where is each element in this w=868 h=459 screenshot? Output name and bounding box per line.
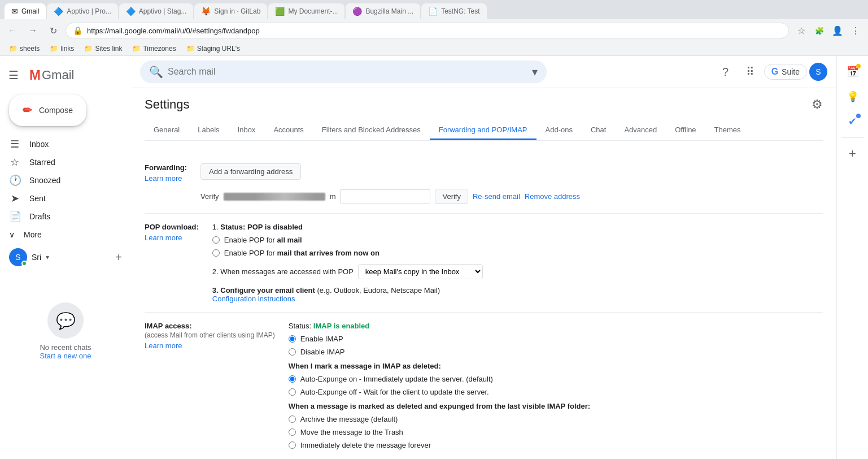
no-recent-chats-text: No recent chats: [40, 343, 91, 352]
verify-button[interactable]: Verify: [435, 189, 468, 204]
forwarding-learn-more-link[interactable]: Learn more: [145, 174, 187, 183]
imap-status-enabled: IMAP is enabled: [313, 322, 369, 330]
bookmark-sheets-icon: 📁: [9, 45, 18, 53]
search-input[interactable]: [168, 67, 527, 77]
bookmark-timezones[interactable]: 📁 Timezones: [128, 43, 180, 54]
compose-label: Compose: [39, 106, 73, 115]
bookmark-links[interactable]: 📁 links: [45, 43, 78, 54]
tab-general[interactable]: General: [145, 121, 189, 140]
profile-button[interactable]: 👤: [830, 23, 845, 38]
auto-expunge-off-radio[interactable]: [289, 388, 296, 396]
imap-learn-more-link[interactable]: Learn more: [145, 341, 275, 350]
bookmark-staging[interactable]: 📁 Staging URL's: [182, 43, 245, 54]
tab-filters[interactable]: Filters and Blocked Addresses: [313, 121, 430, 140]
extensions-button[interactable]: 🧩: [812, 23, 827, 38]
delete-forever-radio[interactable]: [289, 441, 296, 449]
forwarding-section: Forwarding: Learn more Add a forwarding …: [145, 154, 823, 214]
gitlab-favicon: 🦊: [201, 7, 211, 16]
pop-learn-more-link[interactable]: Learn more: [145, 233, 199, 242]
chat-placeholder-icon: 💬: [47, 302, 84, 339]
start-new-chat-link[interactable]: Start a new one: [40, 352, 91, 360]
move-to-trash-radio[interactable]: [289, 428, 296, 436]
tab-gmail[interactable]: ✉ Gmail: [5, 3, 46, 19]
tab-testng[interactable]: 📄 TestNG: Test: [421, 3, 486, 19]
tab-accounts[interactable]: Accounts: [264, 121, 312, 140]
pop-from-now-radio[interactable]: [212, 249, 220, 257]
imap-disable-label: Disable IMAP: [300, 348, 345, 356]
search-bar[interactable]: 🔍 ▾: [140, 60, 547, 83]
right-panel-add-icon[interactable]: +: [841, 142, 864, 165]
tab-apptivo2[interactable]: 🔷 Apptivo | Stag...: [119, 3, 194, 19]
lock-icon: 🔒: [73, 26, 82, 35]
tab-mydoc[interactable]: 🟩 My Document-...: [268, 3, 344, 19]
pop-body: 1. Status: POP is disabled Enable POP fo…: [212, 223, 823, 303]
star-icon: ☆: [9, 156, 20, 168]
hamburger-button[interactable]: ☰: [2, 64, 25, 86]
pop-all-mail-radio[interactable]: [212, 236, 220, 244]
sidebar-item-more[interactable]: ∨ More: [0, 226, 131, 244]
right-panel-tasks-icon[interactable]: ✔: [841, 110, 864, 133]
forwarding-label: Forwarding: Learn more: [145, 163, 187, 204]
sidebar-item-inbox[interactable]: ☰ Inbox: [0, 135, 122, 153]
add-forwarding-address-button[interactable]: Add a forwarding address: [200, 163, 301, 180]
right-panel-keep-icon[interactable]: 💡: [841, 85, 864, 108]
gsuite-badge[interactable]: G Suite: [764, 64, 807, 80]
archive-message-radio[interactable]: [289, 415, 296, 423]
tab-addons[interactable]: Add-ons: [536, 121, 582, 140]
user-account[interactable]: S Sri ▾ +: [0, 244, 131, 271]
imap-disable-radio[interactable]: [289, 348, 296, 356]
right-panel-calendar-icon[interactable]: 📅: [841, 60, 864, 83]
reload-button[interactable]: ↻: [45, 23, 61, 38]
remove-address-link[interactable]: Remove address: [525, 192, 580, 201]
imap-enable-radio[interactable]: [289, 335, 296, 343]
add-account-button[interactable]: +: [115, 251, 122, 264]
settings-header: Settings ⚙: [145, 97, 823, 112]
verify-email-suffix: m: [330, 192, 336, 201]
sidebar-item-drafts[interactable]: 📄 Drafts: [0, 207, 122, 226]
bookmark-siteslink[interactable]: 📁 Sites link: [80, 43, 127, 54]
bookmark-staging-icon: 📁: [186, 45, 195, 53]
when-messages-select[interactable]: keep Mail's copy in the Inbox archive Ma…: [358, 264, 483, 279]
sidebar-item-starred[interactable]: ☆ Starred: [0, 153, 122, 171]
tab-gitlab[interactable]: 🦊 Sign in · GitLab: [194, 3, 267, 19]
search-header: 🔍 ▾ ? ⠿ G Suite S: [131, 56, 836, 88]
settings-gear-icon[interactable]: ⚙: [812, 97, 823, 112]
bookmark-star-button[interactable]: ☆: [793, 23, 809, 38]
verify-code-input[interactable]: [340, 189, 430, 203]
back-button[interactable]: ←: [5, 23, 20, 38]
tab-apptivo1[interactable]: 🔷 Apptivo | Pro...: [47, 3, 118, 19]
sent-icon: ➤: [9, 192, 20, 205]
apps-button[interactable]: ⠿: [739, 60, 762, 83]
auto-expunge-on-radio[interactable]: [289, 375, 296, 383]
forward-button[interactable]: →: [25, 23, 41, 38]
help-button[interactable]: ?: [714, 60, 737, 83]
tab-bugzilla[interactable]: 🟣 Bugzilla Main ...: [346, 3, 420, 19]
tab-labels[interactable]: Labels: [189, 121, 228, 140]
sidebar-item-snoozed[interactable]: 🕐 Snoozed: [0, 171, 122, 189]
bookmark-sheets[interactable]: 📁 sheets: [5, 43, 44, 54]
when-messages-row: 2. When messages are accessed with POP k…: [212, 264, 823, 279]
compose-button[interactable]: ✏ Compose: [9, 94, 86, 126]
toolbar-icons: ☆ 🧩 👤 ⋮: [793, 23, 863, 38]
tab-inbox[interactable]: Inbox: [229, 121, 265, 140]
tab-offline[interactable]: Offline: [666, 121, 705, 140]
sidebar-starred-label: Starred: [29, 158, 55, 167]
search-icon[interactable]: 🔍: [149, 65, 163, 79]
verify-row: Verify m Verify Re-send email Remove add…: [200, 189, 823, 204]
resend-email-link[interactable]: Re-send email: [473, 192, 520, 201]
tab-chat[interactable]: Chat: [582, 121, 615, 140]
gsuite-g-icon: G: [771, 67, 778, 77]
user-profile-button[interactable]: S: [809, 63, 827, 81]
online-status-dot: [21, 261, 27, 266]
tab-themes[interactable]: Themes: [705, 121, 750, 140]
configuration-instructions-link[interactable]: Configuration instructions: [212, 295, 295, 303]
imap-status-prefix: Status:: [289, 322, 313, 330]
menu-button[interactable]: ⋮: [848, 23, 863, 38]
tab-advanced[interactable]: Advanced: [615, 121, 666, 140]
calendar-badge: [856, 64, 861, 68]
testng-favicon: 📄: [428, 7, 438, 16]
tab-forwarding[interactable]: Forwarding and POP/IMAP: [430, 121, 536, 140]
address-bar[interactable]: 🔒 https://mail.google.com/mail/u/0/#sett…: [66, 23, 789, 38]
sidebar-item-sent[interactable]: ➤ Sent: [0, 189, 122, 207]
search-dropdown-icon[interactable]: ▾: [532, 65, 538, 79]
